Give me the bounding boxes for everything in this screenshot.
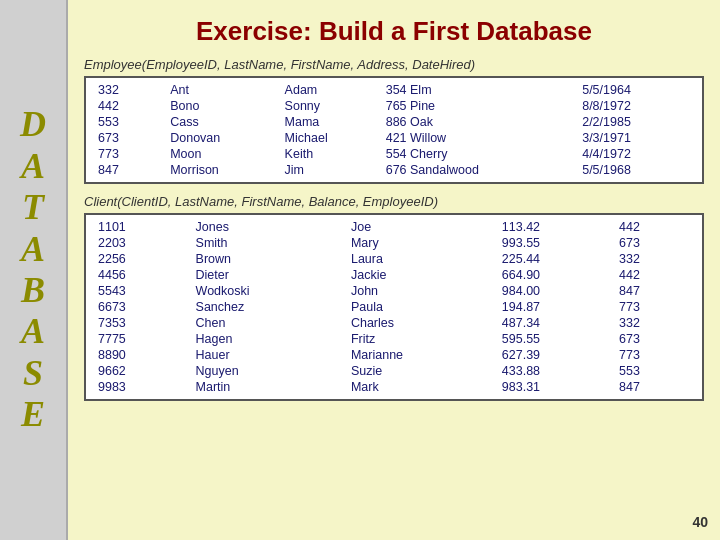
page-number: 40	[692, 514, 708, 530]
sidebar-letter-a2: A	[21, 229, 45, 270]
client-table-header: Client(ClientID, LastName, FirstName, Ba…	[84, 194, 704, 209]
table-row: 5543WodkoskiJohn984.00847	[94, 283, 694, 299]
table-row: 1101JonesJoe113.42442	[94, 219, 694, 235]
table-row: 332AntAdam354 Elm5/5/1964	[94, 82, 694, 98]
table-row: 9983MartinMark983.31847	[94, 379, 694, 395]
sidebar-letter-s: S	[23, 353, 43, 394]
table-row: 2256BrownLaura225.44332	[94, 251, 694, 267]
sidebar-letter-a1: A	[21, 146, 45, 187]
employee-table-container: 332AntAdam354 Elm5/5/1964442BonoSonny765…	[84, 76, 704, 184]
client-table-container: 1101JonesJoe113.424422203SmithMary993.55…	[84, 213, 704, 401]
sidebar-letter-e: E	[21, 394, 45, 435]
table-row: 442BonoSonny765 Pine8/8/1972	[94, 98, 694, 114]
sidebar: D A T A B A S E	[0, 0, 68, 540]
table-row: 7353ChenCharles487.34332	[94, 315, 694, 331]
table-row: 7775HagenFritz595.55673	[94, 331, 694, 347]
main-content: Exercise: Build a First Database Employe…	[68, 0, 720, 540]
client-table: 1101JonesJoe113.424422203SmithMary993.55…	[94, 219, 694, 395]
employee-table-header: Employee(EmployeeID, LastName, FirstName…	[84, 57, 704, 72]
table-row: 8890HauerMarianne627.39773	[94, 347, 694, 363]
table-row: 847MorrisonJim676 Sandalwood5/5/1968	[94, 162, 694, 178]
table-row: 4456DieterJackie664.90442	[94, 267, 694, 283]
sidebar-letter-d: D	[20, 104, 46, 145]
page-title: Exercise: Build a First Database	[84, 16, 704, 47]
table-row: 9662NguyenSuzie433.88553	[94, 363, 694, 379]
table-row: 773MoonKeith554 Cherry4/4/1972	[94, 146, 694, 162]
sidebar-letter-b: B	[21, 270, 45, 311]
table-row: 553CassMama886 Oak2/2/1985	[94, 114, 694, 130]
sidebar-letter-a3: A	[21, 311, 45, 352]
sidebar-letter-t: T	[22, 187, 44, 228]
table-row: 2203SmithMary993.55673	[94, 235, 694, 251]
table-row: 6673SanchezPaula194.87773	[94, 299, 694, 315]
table-row: 673DonovanMichael421 Willow3/3/1971	[94, 130, 694, 146]
employee-table: 332AntAdam354 Elm5/5/1964442BonoSonny765…	[94, 82, 694, 178]
